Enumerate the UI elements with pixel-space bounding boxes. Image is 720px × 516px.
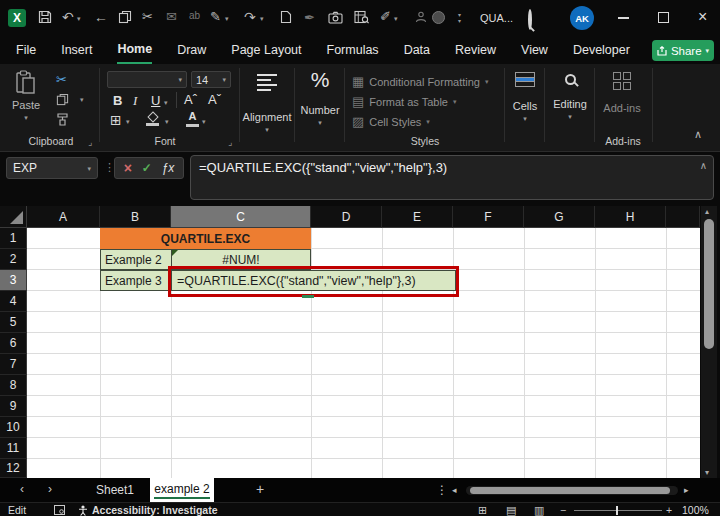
cell-styles-button[interactable]: ▨ Cell Styles ▾ bbox=[352, 114, 430, 129]
number-button[interactable]: % Number ▾ bbox=[298, 68, 342, 126]
scroll-up-icon[interactable]: ▴ bbox=[705, 207, 709, 216]
horizontal-scrollbar-thumb[interactable] bbox=[470, 487, 670, 494]
search-icon[interactable] bbox=[528, 11, 532, 29]
menu-formulas[interactable]: Formulas bbox=[327, 38, 379, 63]
zoom-slider-track[interactable] bbox=[574, 510, 662, 511]
save-icon[interactable] bbox=[38, 10, 52, 28]
tab-overflow-icon[interactable]: ⋮ bbox=[436, 483, 448, 497]
paste-button[interactable]: Paste ▾ bbox=[12, 70, 40, 121]
menu-view[interactable]: View bbox=[521, 38, 548, 63]
bold-button[interactable]: B bbox=[113, 93, 122, 108]
form-dropdown-icon[interactable]: ▾ bbox=[394, 15, 398, 22]
minimize-button[interactable] bbox=[618, 17, 629, 19]
font-color-dropdown-icon[interactable]: ▾ bbox=[202, 118, 206, 125]
cell-b2[interactable]: Example 2 bbox=[100, 249, 172, 270]
zoom-level[interactable]: 100% bbox=[682, 504, 709, 516]
row-header-12[interactable]: 12 bbox=[0, 459, 27, 478]
zoom-in-button[interactable]: + bbox=[666, 504, 672, 516]
borders-button[interactable]: ⊞ bbox=[110, 112, 122, 128]
row-header-11[interactable]: 11 bbox=[0, 438, 27, 459]
underline-button[interactable]: U bbox=[151, 93, 160, 108]
accessibility-status[interactable]: Accessibility: Investigate bbox=[92, 504, 217, 516]
cut-icon[interactable]: ✂ bbox=[142, 10, 153, 23]
zoom-out-button[interactable]: − bbox=[560, 504, 566, 516]
grow-font-button[interactable]: Aˆ bbox=[184, 92, 197, 107]
column-header-b[interactable]: B bbox=[100, 206, 171, 228]
column-header-f[interactable]: F bbox=[453, 206, 524, 228]
horizontal-scrollbar[interactable] bbox=[466, 486, 678, 495]
hscroll-left-icon[interactable]: ◂ bbox=[452, 485, 457, 495]
cell-title-b1[interactable]: QUARTILE.EXC bbox=[100, 228, 311, 249]
form-icon[interactable]: ✐ bbox=[380, 10, 391, 23]
tab-example2[interactable]: example 2 bbox=[150, 478, 214, 502]
borders-dropdown-icon[interactable]: ▾ bbox=[126, 118, 130, 125]
row-header-8[interactable]: 8 bbox=[0, 375, 27, 396]
copy-dropdown-icon[interactable]: ▾ bbox=[80, 96, 84, 103]
undo-icon[interactable]: ↶ bbox=[62, 10, 74, 24]
tab-sheet1[interactable]: Sheet1 bbox=[96, 483, 134, 497]
back-icon[interactable]: ← bbox=[94, 10, 108, 24]
page-layout-view-icon[interactable]: ▤ bbox=[506, 504, 516, 516]
vertical-scrollbar-thumb[interactable] bbox=[704, 219, 714, 349]
conditional-formatting-button[interactable]: ▦ Conditional Formatting ▾ bbox=[352, 74, 488, 89]
row-header-4[interactable]: 4 bbox=[0, 291, 27, 312]
name-box[interactable]: EXP ▾ bbox=[6, 157, 98, 179]
row-header-6[interactable]: 6 bbox=[0, 333, 27, 354]
avatar[interactable]: AK bbox=[570, 6, 594, 30]
normal-view-icon[interactable]: ⊞ bbox=[478, 504, 487, 516]
fill-color-dropdown-icon[interactable]: ▾ bbox=[165, 118, 169, 125]
row-header-2[interactable]: 2 bbox=[0, 249, 27, 270]
page-break-view-icon[interactable]: ▥ bbox=[534, 504, 544, 516]
enter-icon[interactable]: ✓ bbox=[142, 161, 152, 175]
redo-dropdown-icon[interactable]: ▾ bbox=[260, 15, 264, 22]
menu-insert[interactable]: Insert bbox=[61, 38, 92, 63]
row-header-3[interactable]: 3 bbox=[0, 270, 27, 291]
hscroll-right-icon[interactable]: ▸ bbox=[684, 485, 689, 495]
fill-handle[interactable] bbox=[302, 295, 314, 298]
zoom-slider-thumb[interactable] bbox=[616, 506, 618, 515]
menu-draw[interactable]: Draw bbox=[177, 38, 206, 63]
new-file-icon[interactable] bbox=[280, 10, 292, 28]
camera-icon[interactable] bbox=[328, 10, 343, 28]
insert-function-icon[interactable]: ƒx bbox=[161, 161, 174, 175]
close-button[interactable]: × bbox=[698, 8, 707, 26]
select-all-corner[interactable] bbox=[0, 206, 27, 228]
editing-button[interactable]: Editing ▾ bbox=[548, 72, 592, 120]
shrink-font-button[interactable]: Aˇ bbox=[208, 92, 221, 107]
font-color-button[interactable]: A bbox=[186, 110, 199, 127]
qat-overflow-icon[interactable]: ▾▾ bbox=[458, 12, 461, 24]
column-header-a[interactable]: A bbox=[27, 206, 100, 228]
cell-b3[interactable]: Example 3 bbox=[100, 270, 172, 291]
fill-color-button[interactable] bbox=[146, 113, 159, 126]
row-header-5[interactable]: 5 bbox=[0, 312, 27, 333]
menu-home[interactable]: Home bbox=[117, 37, 152, 64]
ink-pen-icon[interactable]: ✎ bbox=[210, 10, 221, 23]
row-header-9[interactable]: 9 bbox=[0, 396, 27, 417]
column-header-d[interactable]: D bbox=[311, 206, 382, 228]
format-as-table-button[interactable]: ▤ Format as Table ▾ bbox=[352, 94, 456, 109]
clipboard-dialog-launcher[interactable]: ⌟ bbox=[88, 137, 92, 147]
search-label[interactable]: QUA... bbox=[480, 12, 513, 24]
format-painter-button[interactable] bbox=[56, 112, 70, 130]
font-size-combo[interactable]: 14▾ bbox=[191, 71, 231, 88]
scroll-down-icon[interactable]: ▾ bbox=[705, 468, 709, 477]
column-header-c[interactable]: C bbox=[171, 206, 311, 228]
lookup-sheet-icon[interactable] bbox=[354, 10, 369, 28]
italic-button[interactable]: I bbox=[133, 93, 137, 109]
font-dialog-launcher[interactable]: ⌟ bbox=[228, 137, 232, 147]
collapse-ribbon-icon[interactable]: ∧ bbox=[694, 128, 702, 141]
underline-dropdown-icon[interactable]: ▾ bbox=[164, 99, 168, 106]
maximize-button[interactable] bbox=[658, 12, 669, 23]
menu-data[interactable]: Data bbox=[404, 38, 430, 63]
prev-sheet-icon[interactable]: ‹ bbox=[20, 482, 24, 496]
redo-icon[interactable]: ↷ bbox=[244, 10, 256, 24]
ink-pen-dropdown-icon[interactable]: ▾ bbox=[225, 15, 229, 22]
column-header-h[interactable]: H bbox=[595, 206, 666, 228]
undo-dropdown-icon[interactable]: ▾ bbox=[77, 15, 81, 22]
vertical-scrollbar[interactable]: ▴ ▾ bbox=[701, 206, 717, 478]
menu-page-layout[interactable]: Page Layout bbox=[231, 38, 301, 63]
column-header-g[interactable]: G bbox=[524, 206, 595, 228]
macro-record-icon[interactable] bbox=[54, 505, 65, 516]
add-sheet-button[interactable]: + bbox=[256, 481, 264, 497]
cut-button[interactable]: ✂ bbox=[56, 72, 67, 87]
